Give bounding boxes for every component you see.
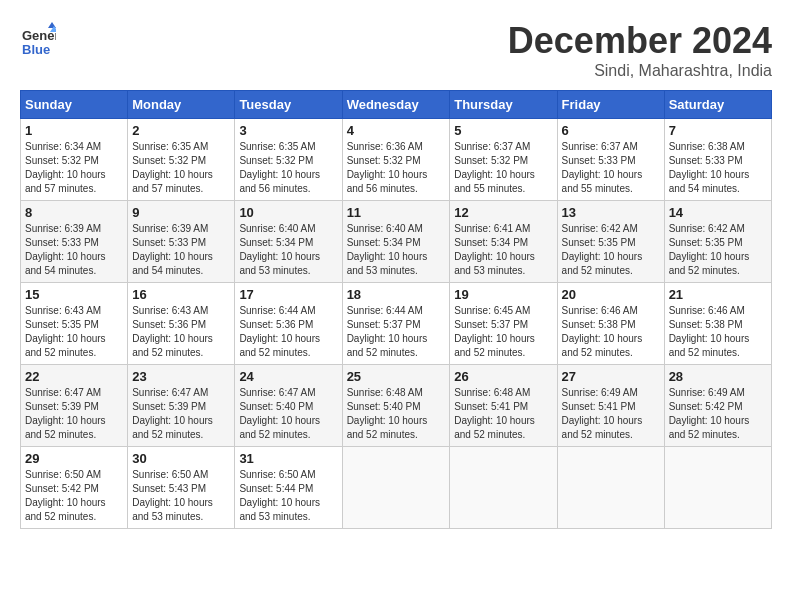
day-number: 21 xyxy=(669,287,767,302)
day-number: 10 xyxy=(239,205,337,220)
logo: General Blue xyxy=(20,20,60,56)
day-number: 26 xyxy=(454,369,552,384)
calendar-cell: 15Sunrise: 6:43 AM Sunset: 5:35 PM Dayli… xyxy=(21,283,128,365)
calendar-week-row: 29Sunrise: 6:50 AM Sunset: 5:42 PM Dayli… xyxy=(21,447,772,529)
day-info: Sunrise: 6:50 AM Sunset: 5:44 PM Dayligh… xyxy=(239,468,337,524)
calendar-cell: 2Sunrise: 6:35 AM Sunset: 5:32 PM Daylig… xyxy=(128,119,235,201)
calendar-cell: 24Sunrise: 6:47 AM Sunset: 5:40 PM Dayli… xyxy=(235,365,342,447)
day-info: Sunrise: 6:37 AM Sunset: 5:33 PM Dayligh… xyxy=(562,140,660,196)
day-info: Sunrise: 6:35 AM Sunset: 5:32 PM Dayligh… xyxy=(132,140,230,196)
day-number: 15 xyxy=(25,287,123,302)
calendar-cell: 29Sunrise: 6:50 AM Sunset: 5:42 PM Dayli… xyxy=(21,447,128,529)
day-number: 20 xyxy=(562,287,660,302)
day-info: Sunrise: 6:47 AM Sunset: 5:40 PM Dayligh… xyxy=(239,386,337,442)
day-info: Sunrise: 6:44 AM Sunset: 5:37 PM Dayligh… xyxy=(347,304,446,360)
calendar-cell: 20Sunrise: 6:46 AM Sunset: 5:38 PM Dayli… xyxy=(557,283,664,365)
location: Sindi, Maharashtra, India xyxy=(508,62,772,80)
calendar-week-row: 22Sunrise: 6:47 AM Sunset: 5:39 PM Dayli… xyxy=(21,365,772,447)
day-number: 12 xyxy=(454,205,552,220)
calendar-cell: 17Sunrise: 6:44 AM Sunset: 5:36 PM Dayli… xyxy=(235,283,342,365)
day-number: 31 xyxy=(239,451,337,466)
day-number: 6 xyxy=(562,123,660,138)
calendar-week-row: 15Sunrise: 6:43 AM Sunset: 5:35 PM Dayli… xyxy=(21,283,772,365)
day-info: Sunrise: 6:39 AM Sunset: 5:33 PM Dayligh… xyxy=(25,222,123,278)
calendar-week-row: 8Sunrise: 6:39 AM Sunset: 5:33 PM Daylig… xyxy=(21,201,772,283)
day-info: Sunrise: 6:37 AM Sunset: 5:32 PM Dayligh… xyxy=(454,140,552,196)
calendar-cell: 27Sunrise: 6:49 AM Sunset: 5:41 PM Dayli… xyxy=(557,365,664,447)
weekday-header: Sunday xyxy=(21,91,128,119)
day-number: 16 xyxy=(132,287,230,302)
calendar-cell: 22Sunrise: 6:47 AM Sunset: 5:39 PM Dayli… xyxy=(21,365,128,447)
calendar-week-row: 1Sunrise: 6:34 AM Sunset: 5:32 PM Daylig… xyxy=(21,119,772,201)
calendar-cell: 1Sunrise: 6:34 AM Sunset: 5:32 PM Daylig… xyxy=(21,119,128,201)
day-info: Sunrise: 6:50 AM Sunset: 5:43 PM Dayligh… xyxy=(132,468,230,524)
day-info: Sunrise: 6:49 AM Sunset: 5:41 PM Dayligh… xyxy=(562,386,660,442)
day-number: 1 xyxy=(25,123,123,138)
day-info: Sunrise: 6:46 AM Sunset: 5:38 PM Dayligh… xyxy=(562,304,660,360)
day-number: 29 xyxy=(25,451,123,466)
day-info: Sunrise: 6:41 AM Sunset: 5:34 PM Dayligh… xyxy=(454,222,552,278)
day-info: Sunrise: 6:42 AM Sunset: 5:35 PM Dayligh… xyxy=(562,222,660,278)
calendar-cell xyxy=(664,447,771,529)
logo-icon: General Blue xyxy=(20,20,56,56)
day-info: Sunrise: 6:49 AM Sunset: 5:42 PM Dayligh… xyxy=(669,386,767,442)
day-info: Sunrise: 6:43 AM Sunset: 5:36 PM Dayligh… xyxy=(132,304,230,360)
day-info: Sunrise: 6:48 AM Sunset: 5:40 PM Dayligh… xyxy=(347,386,446,442)
calendar-cell: 8Sunrise: 6:39 AM Sunset: 5:33 PM Daylig… xyxy=(21,201,128,283)
calendar-header-row: SundayMondayTuesdayWednesdayThursdayFrid… xyxy=(21,91,772,119)
day-number: 18 xyxy=(347,287,446,302)
calendar-cell: 12Sunrise: 6:41 AM Sunset: 5:34 PM Dayli… xyxy=(450,201,557,283)
day-number: 2 xyxy=(132,123,230,138)
weekday-header: Friday xyxy=(557,91,664,119)
calendar-cell: 25Sunrise: 6:48 AM Sunset: 5:40 PM Dayli… xyxy=(342,365,450,447)
calendar-cell xyxy=(557,447,664,529)
day-number: 17 xyxy=(239,287,337,302)
day-info: Sunrise: 6:40 AM Sunset: 5:34 PM Dayligh… xyxy=(347,222,446,278)
calendar-cell: 7Sunrise: 6:38 AM Sunset: 5:33 PM Daylig… xyxy=(664,119,771,201)
calendar-cell: 11Sunrise: 6:40 AM Sunset: 5:34 PM Dayli… xyxy=(342,201,450,283)
day-info: Sunrise: 6:46 AM Sunset: 5:38 PM Dayligh… xyxy=(669,304,767,360)
calendar-cell: 14Sunrise: 6:42 AM Sunset: 5:35 PM Dayli… xyxy=(664,201,771,283)
day-number: 3 xyxy=(239,123,337,138)
day-info: Sunrise: 6:47 AM Sunset: 5:39 PM Dayligh… xyxy=(132,386,230,442)
day-number: 14 xyxy=(669,205,767,220)
calendar-cell: 10Sunrise: 6:40 AM Sunset: 5:34 PM Dayli… xyxy=(235,201,342,283)
calendar-cell: 28Sunrise: 6:49 AM Sunset: 5:42 PM Dayli… xyxy=(664,365,771,447)
calendar-cell: 5Sunrise: 6:37 AM Sunset: 5:32 PM Daylig… xyxy=(450,119,557,201)
calendar-cell: 18Sunrise: 6:44 AM Sunset: 5:37 PM Dayli… xyxy=(342,283,450,365)
day-number: 22 xyxy=(25,369,123,384)
calendar-cell: 3Sunrise: 6:35 AM Sunset: 5:32 PM Daylig… xyxy=(235,119,342,201)
day-info: Sunrise: 6:38 AM Sunset: 5:33 PM Dayligh… xyxy=(669,140,767,196)
day-info: Sunrise: 6:42 AM Sunset: 5:35 PM Dayligh… xyxy=(669,222,767,278)
weekday-header: Saturday xyxy=(664,91,771,119)
weekday-header: Wednesday xyxy=(342,91,450,119)
calendar-cell: 21Sunrise: 6:46 AM Sunset: 5:38 PM Dayli… xyxy=(664,283,771,365)
day-number: 19 xyxy=(454,287,552,302)
day-number: 9 xyxy=(132,205,230,220)
day-info: Sunrise: 6:50 AM Sunset: 5:42 PM Dayligh… xyxy=(25,468,123,524)
day-info: Sunrise: 6:34 AM Sunset: 5:32 PM Dayligh… xyxy=(25,140,123,196)
day-number: 8 xyxy=(25,205,123,220)
weekday-header: Thursday xyxy=(450,91,557,119)
day-info: Sunrise: 6:45 AM Sunset: 5:37 PM Dayligh… xyxy=(454,304,552,360)
day-number: 13 xyxy=(562,205,660,220)
weekday-header: Monday xyxy=(128,91,235,119)
day-number: 28 xyxy=(669,369,767,384)
calendar-table: SundayMondayTuesdayWednesdayThursdayFrid… xyxy=(20,90,772,529)
calendar-cell: 16Sunrise: 6:43 AM Sunset: 5:36 PM Dayli… xyxy=(128,283,235,365)
day-info: Sunrise: 6:35 AM Sunset: 5:32 PM Dayligh… xyxy=(239,140,337,196)
day-number: 25 xyxy=(347,369,446,384)
weekday-header: Tuesday xyxy=(235,91,342,119)
svg-text:General: General xyxy=(22,28,56,43)
day-info: Sunrise: 6:48 AM Sunset: 5:41 PM Dayligh… xyxy=(454,386,552,442)
calendar-cell: 30Sunrise: 6:50 AM Sunset: 5:43 PM Dayli… xyxy=(128,447,235,529)
title-block: December 2024 Sindi, Maharashtra, India xyxy=(508,20,772,80)
day-number: 27 xyxy=(562,369,660,384)
calendar-cell: 23Sunrise: 6:47 AM Sunset: 5:39 PM Dayli… xyxy=(128,365,235,447)
calendar-cell: 9Sunrise: 6:39 AM Sunset: 5:33 PM Daylig… xyxy=(128,201,235,283)
day-info: Sunrise: 6:39 AM Sunset: 5:33 PM Dayligh… xyxy=(132,222,230,278)
day-info: Sunrise: 6:40 AM Sunset: 5:34 PM Dayligh… xyxy=(239,222,337,278)
day-number: 23 xyxy=(132,369,230,384)
calendar-cell: 31Sunrise: 6:50 AM Sunset: 5:44 PM Dayli… xyxy=(235,447,342,529)
day-info: Sunrise: 6:44 AM Sunset: 5:36 PM Dayligh… xyxy=(239,304,337,360)
